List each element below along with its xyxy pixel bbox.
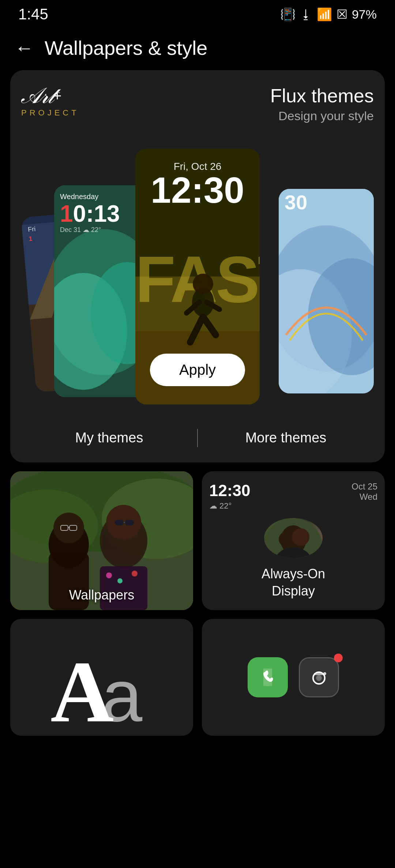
themes-carousel: Fri 1 Wednesday 10:13 Dec 31 ☁ 22° — [10, 134, 385, 412]
apply-button[interactable]: Apply — [150, 354, 245, 386]
aod-day: Wed — [351, 492, 377, 502]
aod-card-label: Always-On Display — [262, 566, 325, 600]
theme-card-center[interactable]: FAST Fri, Oct 26 12:30 Apply — [135, 149, 260, 404]
wallpaper-preview: Wallpapers — [10, 471, 193, 610]
flux-header: 𝒜𝓇𝓉+ PROJECT Flux themes Design your sty… — [21, 85, 374, 134]
svg-point-60 — [316, 675, 322, 681]
my-themes-tab[interactable]: My themes — [21, 426, 197, 449]
flux-logo-script: 𝒜𝓇𝓉+ — [21, 85, 79, 107]
aod-top: 12:30 ☁ 22° Oct 25 Wed — [209, 481, 377, 511]
status-icons: 📳 ⭳ 📶 ☒ 97% — [280, 7, 377, 22]
camera-icon — [307, 666, 331, 689]
aod-time-block: 12:30 ☁ 22° — [209, 481, 251, 511]
svg-point-20 — [193, 274, 213, 294]
aod-date: Oct 25 — [351, 481, 377, 492]
wifi-icon: 📶 — [317, 7, 332, 22]
svg-rect-46 — [125, 520, 134, 525]
wallpapers-card[interactable]: Wallpapers — [10, 471, 193, 610]
aod-time: 12:30 — [209, 481, 251, 500]
aod-card[interactable]: 12:30 ☁ 22° Oct 25 Wed Always-On Display — [202, 471, 385, 610]
font-preview: A a — [43, 626, 160, 728]
svg-rect-61 — [314, 673, 324, 675]
status-bar: 1:45 📳 ⭳ 📶 ☒ 97% — [0, 0, 395, 26]
svg-text:1: 1 — [29, 235, 33, 243]
svg-point-62 — [323, 672, 326, 675]
svg-text:Dec 31  ☁ 22°: Dec 31 ☁ 22° — [60, 226, 101, 233]
svg-point-50 — [117, 578, 123, 583]
aod-avatar-image — [264, 518, 323, 558]
camera-notification-dot — [334, 654, 343, 662]
aod-weather: ☁ 22° — [209, 501, 251, 511]
svg-text:Wednesday: Wednesday — [60, 193, 98, 201]
phone-icon — [256, 666, 279, 689]
more-themes-tab[interactable]: More themes — [198, 426, 374, 449]
back-button[interactable]: ← — [15, 37, 34, 59]
page-title: Wallpapers & style — [45, 37, 207, 59]
signal-x-icon: ☒ — [336, 7, 347, 22]
flux-logo: 𝒜𝓇𝓉+ PROJECT — [21, 85, 79, 118]
flux-subtitle: Design your style — [270, 109, 374, 123]
svg-point-56 — [292, 528, 309, 546]
bottom-grid-row1: Wallpapers 12:30 ☁ 22° Oct 25 Wed — [10, 471, 385, 610]
font-card[interactable]: A a — [10, 619, 193, 736]
bluetooth-icon: ⭳ — [300, 7, 312, 22]
status-time: 1:45 — [18, 5, 48, 23]
svg-text:12:30: 12:30 — [151, 170, 244, 210]
flux-logo-plus: + — [53, 88, 61, 104]
svg-text:a: a — [102, 655, 143, 728]
svg-text:10:13: 10:13 — [60, 201, 120, 227]
camera-icon-container — [299, 657, 339, 697]
svg-rect-45 — [115, 520, 124, 525]
aod-avatar — [264, 518, 323, 558]
theme-card-right[interactable]: 30 — [279, 189, 374, 393]
svg-text:30: 30 — [285, 191, 307, 214]
wallpaper-card-label: Wallpapers — [10, 587, 193, 603]
blue-wallpaper: 30 — [279, 189, 374, 393]
tab-bar: My themes More themes — [21, 415, 374, 462]
flux-logo-project: PROJECT — [21, 108, 79, 118]
phone-icon-container — [248, 657, 288, 697]
page-header: ← Wallpapers & style — [0, 26, 395, 70]
bottom-grid-row2: A a — [10, 619, 385, 736]
svg-text:Fri: Fri — [27, 225, 36, 233]
svg-point-55 — [279, 532, 293, 547]
bluetooth-vibrate-icon: 📳 — [280, 7, 296, 22]
phone-app-icon — [248, 657, 288, 697]
svg-point-51 — [132, 571, 138, 576]
camera-app-icon — [299, 657, 339, 697]
flux-title-section: Flux themes Design your style — [270, 85, 374, 123]
flux-themes-card: 𝒜𝓇𝓉+ PROJECT Flux themes Design your sty… — [10, 70, 385, 462]
flux-title: Flux themes — [270, 85, 374, 107]
app-icons-card[interactable] — [202, 619, 385, 736]
battery-level: 97% — [352, 7, 377, 22]
svg-point-49 — [106, 572, 112, 578]
aod-date-block: Oct 25 Wed — [351, 481, 377, 502]
